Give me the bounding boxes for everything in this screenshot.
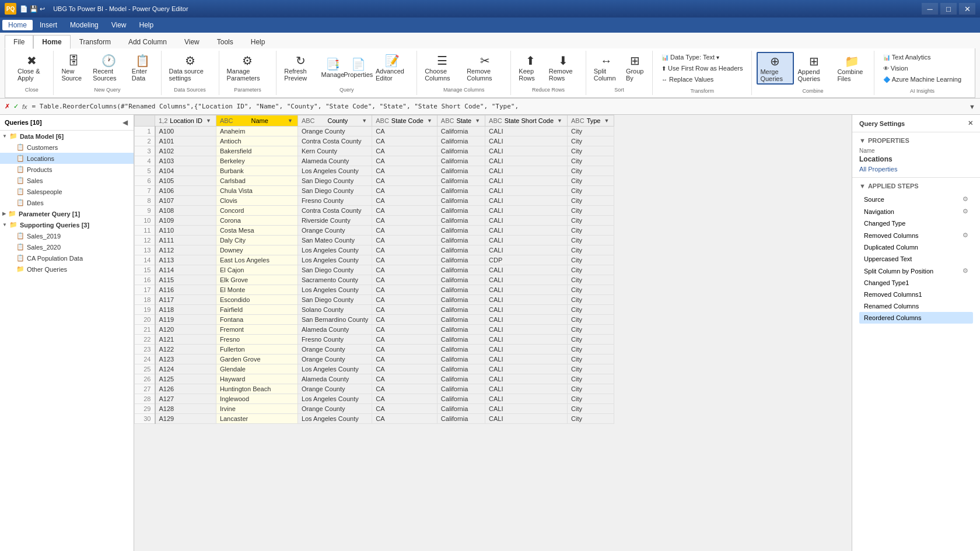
append-queries-button[interactable]: ⊞ Append Queries xyxy=(795,52,834,84)
sidebar-collapse-button[interactable]: ◀ xyxy=(121,117,129,128)
minimize-button[interactable]: ─ xyxy=(922,3,938,15)
table-row[interactable]: 27A126Huntington BeachOrange CountyCACal… xyxy=(135,384,614,394)
name-filter[interactable]: ▼ xyxy=(286,118,294,124)
table-row[interactable]: 16A115Elk GroveSacramento CountyCACalifo… xyxy=(135,275,614,285)
table-row[interactable]: 14A113East Los AngelesLos Angeles County… xyxy=(135,255,614,265)
menu-view[interactable]: View xyxy=(106,20,132,30)
table-row[interactable]: 20A119FontanaSan Bernardino CountyCACali… xyxy=(135,315,614,325)
group-by-button[interactable]: ⊞ Group By xyxy=(623,52,648,83)
menu-home[interactable]: Home xyxy=(2,20,33,30)
type-filter[interactable]: ▼ xyxy=(603,118,610,124)
name-header[interactable]: ABC Name ▼ xyxy=(216,115,298,127)
location-id-header[interactable]: 1,2 Location ID ▼ xyxy=(155,115,216,127)
data-type-button[interactable]: 📊 Data Type: Text ▾ xyxy=(657,52,723,62)
formula-cross[interactable]: ✗ xyxy=(5,103,10,110)
azure-ml-button[interactable]: 🔷 Azure Machine Learning xyxy=(879,74,965,85)
refresh-preview-button[interactable]: ↻ Refresh Preview xyxy=(281,52,320,83)
sidebar-group-parameter-query[interactable]: ▶ 📁 Parameter Query [1] xyxy=(0,208,134,219)
table-row[interactable]: 18A117EscondidoSan Diego CountyCACalifor… xyxy=(135,295,614,305)
close-apply-button[interactable]: ✖ Close & Apply xyxy=(15,52,48,83)
table-row[interactable]: 5A104BurbankLos Angeles CountyCACaliforn… xyxy=(135,166,614,176)
state-code-filter[interactable]: ▼ xyxy=(426,118,433,124)
query-settings-close[interactable]: ✕ xyxy=(968,120,973,127)
applied-step-renamed-columns[interactable]: Renamed Columns xyxy=(859,300,973,312)
sidebar-item-locations[interactable]: 📋 Locations xyxy=(0,153,134,164)
menu-insert[interactable]: Insert xyxy=(34,20,63,30)
county-header[interactable]: ABC County ▼ xyxy=(298,115,372,127)
table-row[interactable]: 7A106Chula VistaSan Diego CountyCACalifo… xyxy=(135,186,614,196)
applied-step-navigation[interactable]: Navigation⚙ xyxy=(859,205,973,217)
table-row[interactable]: 12A111Daly CitySan Mateo CountyCACalifor… xyxy=(135,236,614,245)
tab-add-column[interactable]: Add Column xyxy=(120,35,176,48)
table-row[interactable]: 11A110Costa MesaOrange CountyCACaliforni… xyxy=(135,226,614,236)
table-row[interactable]: 25A124GlendaleLos Angeles CountyCACalifo… xyxy=(135,364,614,374)
menu-modeling[interactable]: Modeling xyxy=(64,20,104,30)
table-row[interactable]: 10A109CoronaRiverside CountyCACalifornia… xyxy=(135,216,614,226)
applied-step-removed-columns[interactable]: Removed Columns⚙ xyxy=(859,229,973,241)
state-header[interactable]: ABC State ▼ xyxy=(437,115,485,127)
applied-step-source[interactable]: Source⚙ xyxy=(859,193,973,205)
tab-tools[interactable]: Tools xyxy=(208,35,242,48)
state-filter[interactable]: ▼ xyxy=(474,118,481,124)
sidebar-item-sales-2019[interactable]: 📋 Sales_2019 xyxy=(0,230,134,241)
tab-help[interactable]: Help xyxy=(242,35,274,48)
advanced-editor-button[interactable]: 📝 Advanced Editor xyxy=(373,52,412,83)
formula-check[interactable]: ✓ xyxy=(13,103,19,110)
menu-help[interactable]: Help xyxy=(134,20,160,30)
county-filter[interactable]: ▼ xyxy=(360,118,368,124)
table-row[interactable]: 4A103BerkeleyAlameda CountyCACaliforniaC… xyxy=(135,156,614,166)
tab-home[interactable]: Home xyxy=(33,35,70,49)
table-row[interactable]: 19A118FairfieldSolano CountyCACalifornia… xyxy=(135,305,614,315)
applied-step-changed-type1[interactable]: Changed Type1 xyxy=(859,277,973,289)
table-row[interactable]: 17A116El MonteLos Angeles CountyCACalifo… xyxy=(135,285,614,295)
table-row[interactable]: 26A125HaywardAlameda CountyCACaliforniaC… xyxy=(135,374,614,384)
step-settings-gear[interactable]: ⚙ xyxy=(963,208,968,215)
sidebar-item-sales-2020[interactable]: 📋 Sales_2020 xyxy=(0,241,134,252)
state-code-header[interactable]: ABC State Code ▼ xyxy=(372,115,438,127)
state-short-code-header[interactable]: ABC State Short Code ▼ xyxy=(485,115,568,127)
data-source-settings-button[interactable]: ⚙ Data source settings xyxy=(166,52,214,83)
table-row[interactable]: 21A120FremontAlameda CountyCACaliforniaC… xyxy=(135,325,614,335)
step-settings-gear[interactable]: ⚙ xyxy=(963,267,968,275)
tab-view[interactable]: View xyxy=(176,35,208,48)
combine-files-button[interactable]: 📁 Combine Files xyxy=(834,52,869,84)
new-source-button[interactable]: 🗄 New Source xyxy=(58,52,89,83)
table-row[interactable]: 2A101AntiochContra Costa CountyCACalifor… xyxy=(135,136,614,146)
applied-step-changed-type[interactable]: Changed Type xyxy=(859,217,973,229)
table-row[interactable]: 13A112DowneyLos Angeles CountyCACaliforn… xyxy=(135,245,614,255)
table-row[interactable]: 22A121FresnoFresno CountyCACaliforniaCAL… xyxy=(135,335,614,345)
recent-sources-button[interactable]: 🕐 Recent Sources xyxy=(90,52,128,83)
qs-name-value[interactable]: Locations xyxy=(859,155,973,163)
table-row[interactable]: 8A107ClovisFresno CountyCACaliforniaCALI… xyxy=(135,196,614,206)
split-column-button[interactable]: ↔ Split Column xyxy=(591,52,622,83)
tab-transform[interactable]: Transform xyxy=(71,35,120,48)
vision-button[interactable]: 👁 Vision xyxy=(879,63,912,73)
replace-values-button[interactable]: ↔ Replace Values xyxy=(657,74,718,85)
applied-step-uppercased-text[interactable]: Uppercased Text xyxy=(859,253,973,265)
merge-queries-button[interactable]: ⊕ Merge Queries xyxy=(757,52,793,85)
step-settings-gear[interactable]: ⚙ xyxy=(963,231,968,239)
sidebar-item-other-queries[interactable]: 📁 Other Queries xyxy=(0,264,134,275)
formula-expand[interactable]: ▼ xyxy=(969,103,975,110)
sidebar-item-salespeople[interactable]: 📋 Salespeople xyxy=(0,186,134,197)
keep-rows-button[interactable]: ⬆ Keep Rows xyxy=(516,52,544,83)
state-short-code-filter[interactable]: ▼ xyxy=(556,118,564,124)
table-row[interactable]: 6A105CarlsbadSan Diego CountyCACaliforni… xyxy=(135,176,614,186)
maximize-button[interactable]: □ xyxy=(940,3,957,15)
step-settings-gear[interactable]: ⚙ xyxy=(963,195,968,203)
table-row[interactable]: 3A102BakersfieldKern CountyCACaliforniaC… xyxy=(135,146,614,156)
properties-button[interactable]: 📄 Properties xyxy=(345,55,372,80)
sidebar-item-sales[interactable]: 📋 Sales xyxy=(0,175,134,186)
text-analytics-button[interactable]: 📊 Text Analytics xyxy=(879,52,935,62)
close-button[interactable]: ✕ xyxy=(959,3,975,15)
location-id-filter[interactable]: ▼ xyxy=(205,118,212,124)
remove-columns-button[interactable]: ✂ Remove Columns xyxy=(464,52,506,83)
table-row[interactable]: 1A100AnaheimOrange CountyCACaliforniaCAL… xyxy=(135,127,614,136)
sidebar-item-dates[interactable]: 📋 Dates xyxy=(0,197,134,208)
sidebar-group-data-model[interactable]: ▼ 📁 Data Model [6] xyxy=(0,131,134,142)
type-header[interactable]: ABC Type ▼ xyxy=(568,115,614,127)
table-row[interactable]: 28A127InglewoodLos Angeles CountyCACalif… xyxy=(135,394,614,404)
tab-file[interactable]: File xyxy=(5,35,33,49)
table-row[interactable]: 30A129LancasterLos Angeles CountyCACalif… xyxy=(135,414,614,424)
manage-parameters-button[interactable]: ⚙ Manage Parameters xyxy=(224,52,272,83)
